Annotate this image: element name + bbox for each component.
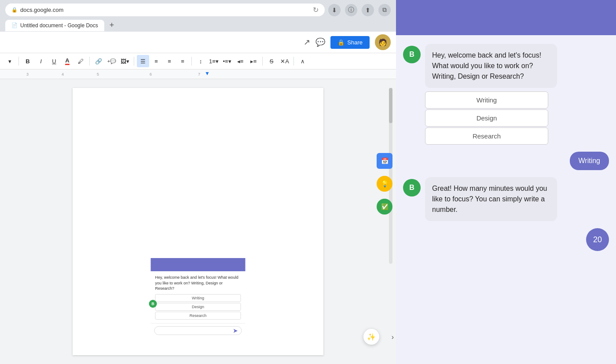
tab-title: Untitled document - Google Docs [20, 22, 98, 29]
ruler-tab-stop: ▼ [205, 70, 210, 76]
highlight-button[interactable]: 🖊 [74, 55, 87, 67]
bot-welcome-text: Hey, welcome back and let's focus! What … [432, 50, 550, 82]
check-icon[interactable]: ✅ [377, 199, 392, 215]
decrease-indent-button[interactable]: ◂≡ [234, 55, 246, 67]
numbered-list-button[interactable]: 1≡▾ [208, 55, 220, 67]
embedded-option-research[interactable]: Research [155, 312, 241, 320]
separator6 [293, 57, 294, 66]
embedded-bot-avatar: B [149, 300, 157, 308]
embedded-chat-body: Hey, welcome back and let's focus! What … [151, 271, 246, 323]
bullet-list-button[interactable]: •≡▾ [221, 55, 233, 67]
trend-icon[interactable]: ↗ [304, 37, 310, 47]
download-icon[interactable]: ⬇ [328, 4, 341, 16]
line-spacing-button[interactable]: ↕ [194, 55, 207, 67]
font-dropdown[interactable]: ▾ [4, 55, 16, 67]
bot-options: Writing Design Research [425, 91, 557, 145]
share-label: Share [347, 39, 363, 46]
ruler-tick-4: 4 [62, 72, 64, 76]
doc-page[interactable]: Hey, welcome back and let's focus! What … [73, 88, 323, 355]
align-right-button[interactable]: ≡ [163, 55, 176, 67]
ruler: 3 4 5 6 7 ▼ [0, 69, 396, 79]
bot-message-2: B Great! How many minutes would you like… [403, 177, 609, 221]
calendar-icon[interactable]: 📅 [377, 153, 392, 169]
separator3 [134, 57, 134, 66]
browser-action-icons: ⬇ ⓘ ⬆ ⧉ [328, 4, 391, 16]
lock-icon: 🔒 [11, 7, 18, 13]
info-icon[interactable]: ⓘ [345, 4, 357, 16]
bot-bubble-content-1: Hey, welcome back and let's focus! What … [425, 44, 557, 88]
share-browser-icon[interactable]: ⬆ [362, 4, 374, 16]
browser-pane: 🔒 docs.google.com ↻ ⬇ ⓘ ⬆ ⧉ 📄 Untitled d… [0, 0, 396, 364]
share-button[interactable]: 🔒 Share [330, 36, 370, 49]
collapse-toolbar-button[interactable]: ∧ [297, 55, 309, 67]
address-bar[interactable]: 🔒 docs.google.com ↻ [5, 4, 325, 16]
doc-canvas: Hey, welcome back and let's focus! What … [0, 79, 396, 364]
scrollbar-thumb[interactable] [389, 88, 392, 123]
option-writing[interactable]: Writing [425, 91, 548, 109]
docs-area: ↗ 💬 🔒 Share 🧑 ▾ B I U A 🖊 🔗 +💬 🖼▾ ☰ [0, 32, 396, 364]
chat-messages: B Hey, welcome back and let's focus! Wha… [396, 35, 616, 364]
right-icons-panel: 📅 💡 ✅ [373, 149, 396, 218]
bot-bubble-2: Great! How many minutes would you like t… [425, 177, 557, 221]
format-toolbar: ▾ B I U A 🖊 🔗 +💬 🖼▾ ☰ ≡ ≡ ≡ ↕ 1≡▾ •≡▾ ◂≡… [0, 53, 396, 69]
active-tab[interactable]: 📄 Untitled document - Google Docs [5, 20, 104, 31]
ruler-tick-5: 5 [97, 72, 99, 76]
align-center-button[interactable]: ≡ [150, 55, 162, 67]
clear-format-button[interactable]: ✕A [279, 55, 291, 67]
bot-avatar-2: B [403, 179, 421, 197]
align-justify-button[interactable]: ≡ [176, 55, 189, 67]
bot-bubble-1: Hey, welcome back and let's focus! What … [425, 44, 557, 145]
bold-button[interactable]: B [22, 55, 34, 67]
separator [18, 57, 19, 66]
separator5 [262, 57, 263, 66]
chat-header [396, 0, 616, 35]
send-icon[interactable]: ➤ [233, 327, 238, 334]
bot-message-1: B Hey, welcome back and let's focus! Wha… [403, 44, 609, 145]
user-message-number: 20 [403, 228, 609, 251]
chat-panel: B Hey, welcome back and let's focus! Wha… [396, 0, 616, 364]
embedded-chat-input-area: ➤ [151, 323, 246, 338]
tab-bar: 📄 Untitled document - Google Docs + [5, 19, 391, 32]
tab-switcher-icon[interactable]: ⧉ [378, 4, 391, 16]
align-left-button[interactable]: ☰ [137, 55, 149, 67]
separator4 [191, 57, 192, 66]
text-color-button[interactable]: A [61, 55, 73, 67]
link-button[interactable]: 🔗 [92, 55, 105, 67]
new-tab-button[interactable]: + [106, 19, 118, 32]
embedded-option-design[interactable]: Design [155, 303, 241, 311]
embedded-chat-header [151, 258, 246, 271]
embedded-chat-options: Writing Design Research [155, 294, 241, 320]
embedded-chat-message: Hey, welcome back and let's focus! What … [155, 275, 241, 291]
user-number-bubble: 20 [586, 228, 609, 251]
italic-button[interactable]: I [35, 55, 47, 67]
refresh-icon[interactable]: ↻ [313, 6, 319, 14]
url-text: docs.google.com [20, 7, 63, 13]
option-research[interactable]: Research [425, 127, 548, 145]
bulb-icon[interactable]: 💡 [377, 176, 392, 192]
browser-top-bar: 🔒 docs.google.com ↻ ⬇ ⓘ ⬆ ⧉ [5, 4, 391, 16]
embedded-option-writing[interactable]: Writing [155, 294, 241, 302]
separator2 [89, 57, 90, 66]
user-writing-bubble: Writing [570, 152, 609, 170]
docs-toolbar-top: ↗ 💬 🔒 Share 🧑 [0, 32, 396, 53]
ruler-tick-7: 7 [198, 72, 200, 76]
image-button[interactable]: 🖼▾ [119, 55, 131, 67]
underline-button[interactable]: U [48, 55, 60, 67]
ruler-tick-3: 3 [26, 72, 29, 76]
avatar[interactable]: 🧑 [375, 34, 391, 50]
strikethrough-button[interactable]: S [265, 55, 278, 67]
option-design[interactable]: Design [425, 109, 548, 127]
browser-chrome: 🔒 docs.google.com ↻ ⬇ ⓘ ⬆ ⧉ 📄 Untitled d… [0, 0, 396, 32]
embedded-chat-container: Hey, welcome back and let's focus! What … [151, 258, 246, 338]
magic-button[interactable]: ✨ [363, 329, 379, 345]
lock-share-icon: 🔒 [337, 39, 345, 46]
expand-arrow[interactable]: › [392, 333, 394, 341]
increase-indent-button[interactable]: ▸≡ [247, 55, 260, 67]
add-comment-button[interactable]: +💬 [106, 55, 118, 67]
bot-avatar-1: B [403, 46, 421, 63]
comment-icon[interactable]: 💬 [315, 37, 325, 47]
user-message-writing: Writing [403, 152, 609, 170]
ruler-tick-6: 6 [150, 72, 152, 76]
bot-minutes-text: Great! How many minutes would you like t… [432, 183, 550, 215]
embedded-chat-input[interactable]: ➤ [154, 326, 242, 335]
